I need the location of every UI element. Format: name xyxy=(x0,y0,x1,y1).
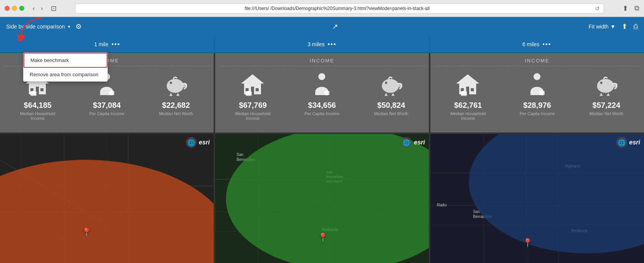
house-money-icon-2 xyxy=(239,71,266,98)
fullscreen-button[interactable] xyxy=(19,6,24,11)
esri-globe-icon-2: 🌐 xyxy=(401,137,412,148)
col-1mile-label: 1 mile xyxy=(94,41,108,47)
back-button[interactable]: ‹ xyxy=(30,4,37,13)
per-capita-value-1: $37,084 xyxy=(93,101,120,110)
person-money-icon-3 xyxy=(524,71,551,98)
svg-point-28 xyxy=(318,73,325,80)
esri-text-3: esri xyxy=(629,139,640,146)
median-household-label-3: Median Household Income xyxy=(449,111,487,121)
svg-point-32 xyxy=(382,79,399,93)
piggy-bank-icon-2 xyxy=(378,71,405,98)
svg-rect-13 xyxy=(183,84,187,87)
esri-globe-icon-1: 🌐 xyxy=(186,137,197,148)
remove-area-item[interactable]: Remove area from comparison xyxy=(23,68,107,81)
print-button[interactable]: ⎙ xyxy=(634,23,638,31)
map-pin-2: 📍 xyxy=(318,233,328,243)
col-6miles-label: 6 miles xyxy=(522,41,539,47)
svg-point-52 xyxy=(600,82,602,84)
columns-header: 1 mile ••• Make benchmark Remove area fr… xyxy=(0,36,644,53)
income-metrics-3: $62,761 Median Household Income $28,976 xyxy=(433,71,641,121)
per-capita-value-2: $34,656 xyxy=(308,101,336,110)
median-net-worth-label-1: Median Net Worth xyxy=(159,111,193,116)
svg-point-27 xyxy=(246,91,252,93)
median-household-value-3: $62,761 xyxy=(454,101,482,110)
main-content: INCOME $64,1 xyxy=(0,53,644,263)
median-household-value-2: $67,769 xyxy=(239,101,267,110)
col-1mile-dropdown: Make benchmark Remove area from comparis… xyxy=(23,52,108,82)
close-button[interactable] xyxy=(5,6,10,11)
per-capita-label-3: Per Capita Income xyxy=(520,111,555,116)
map-circle-2 xyxy=(226,134,429,263)
esri-logo-1: 🌐 esri xyxy=(186,137,210,148)
median-net-worth-label-3: Median Net Worth xyxy=(589,111,623,116)
reload-button[interactable]: ↺ xyxy=(595,5,600,12)
svg-rect-42 xyxy=(461,88,464,91)
export-button[interactable]: ⬆ xyxy=(622,22,627,31)
forward-button[interactable]: › xyxy=(38,4,45,13)
map-pin-1: 📍 xyxy=(81,228,92,238)
median-household-label-2: Median Household Income xyxy=(234,111,272,121)
house-money-icon-3 xyxy=(455,71,482,98)
median-net-worth-1: $22,682 Median Net Worth xyxy=(141,71,211,121)
median-net-worth-3: $57,224 Median Net Worth xyxy=(572,71,641,121)
median-net-worth-label-2: Median Net Worth xyxy=(374,111,408,116)
fit-width-arrow-icon: ▼ xyxy=(610,23,616,30)
panel-col-1: INCOME $64,1 xyxy=(0,53,215,263)
svg-rect-34 xyxy=(398,84,402,87)
median-household-income-2: $67,769 Median Household Income xyxy=(218,71,288,121)
svg-point-10 xyxy=(109,91,114,93)
svg-point-33 xyxy=(385,82,387,84)
panel-col-2: INCOME $67,769 Median Hous xyxy=(215,53,430,263)
svg-point-31 xyxy=(324,91,330,93)
column-header-6miles: 6 miles ••• xyxy=(429,36,644,52)
median-household-income-3: $62,761 Median Household Income xyxy=(433,71,503,121)
column-header-3miles: 3 miles ••• xyxy=(214,36,429,52)
piggy-bank-icon-3 xyxy=(593,71,620,98)
svg-point-11 xyxy=(167,79,184,93)
browser-actions: ⬆ ⧉ xyxy=(622,4,639,13)
col-3miles-label: 3 miles xyxy=(308,41,325,47)
per-capita-value-3: $28,976 xyxy=(523,101,551,110)
svg-rect-23 xyxy=(246,88,249,91)
esri-logo-2: 🌐 esri xyxy=(401,137,425,148)
svg-marker-22 xyxy=(241,74,264,94)
income-title-2: INCOME xyxy=(218,58,426,66)
col-1mile-menu-button[interactable]: ••• xyxy=(112,41,120,48)
comparison-dropdown[interactable]: Side by side comparison ▼ xyxy=(6,23,71,30)
fit-width-label: Fit width xyxy=(589,23,609,30)
svg-rect-24 xyxy=(256,88,259,91)
traffic-lights xyxy=(5,6,24,11)
map-card-1: 🌐 esri 📍 xyxy=(0,134,214,263)
svg-marker-41 xyxy=(456,74,479,94)
make-benchmark-item[interactable]: Make benchmark xyxy=(23,53,107,68)
titlebar: ‹ › ⊡ file:///Users/ /Downloads/Demograp… xyxy=(0,0,644,17)
col-6miles-menu-button[interactable]: ••• xyxy=(542,41,551,48)
median-net-worth-value-1: $22,682 xyxy=(162,101,190,110)
share-button[interactable]: ⬆ xyxy=(622,4,628,13)
esri-logo-3: 🌐 esri xyxy=(616,137,640,148)
url-text: file:///Users/ /Downloads/Demographic%20… xyxy=(79,6,595,11)
esri-text-2: esri xyxy=(414,139,425,146)
svg-rect-3 xyxy=(40,88,43,91)
toolbar-right-actions: ⬆ ⎙ xyxy=(622,22,638,31)
settings-button[interactable]: ⚙ xyxy=(75,22,82,31)
col-3miles-menu-button[interactable]: ••• xyxy=(328,41,336,48)
new-window-button[interactable]: ⧉ xyxy=(634,4,639,12)
per-capita-income-2: $34,656 Per Capita Income xyxy=(288,71,357,121)
svg-rect-43 xyxy=(471,88,474,91)
per-capita-label-1: Per Capita Income xyxy=(89,111,124,116)
address-bar[interactable]: file:///Users/ /Downloads/Demographic%20… xyxy=(75,3,604,13)
income-title-3: INCOME xyxy=(433,58,641,66)
svg-rect-53 xyxy=(614,84,617,87)
fit-width-button[interactable]: Fit width ▼ xyxy=(589,23,616,30)
sidebar-toggle-button[interactable]: ⊡ xyxy=(51,4,57,13)
cursor-indicator: ↗ xyxy=(332,22,338,31)
svg-rect-2 xyxy=(30,88,33,91)
minimize-button[interactable] xyxy=(12,6,17,11)
svg-point-50 xyxy=(539,91,545,93)
income-card-2: INCOME $67,769 Median Hous xyxy=(215,53,429,134)
map-pin-3: 📍 xyxy=(522,238,533,248)
median-household-label-1: Median Household Income xyxy=(18,111,57,121)
per-capita-label-2: Per Capita Income xyxy=(304,111,340,116)
per-capita-income-3: $28,976 Per Capita Income xyxy=(503,71,572,121)
